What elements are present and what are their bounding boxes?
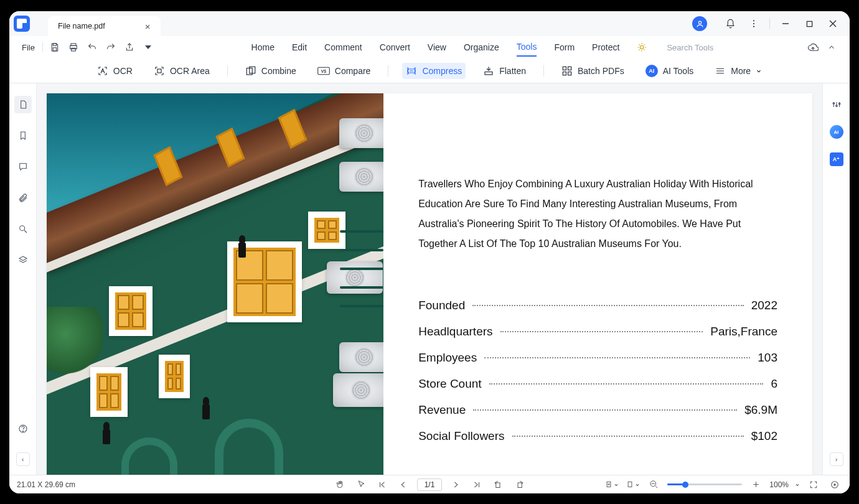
svg-rect-5	[807, 21, 812, 26]
combine-label: Combine	[261, 66, 296, 76]
flatten-button[interactable]: Flatten	[479, 63, 530, 79]
undo-icon[interactable]	[83, 38, 101, 57]
page-display-dropdown-icon[interactable]	[625, 477, 640, 492]
translate-panel-icon[interactable]: A⁺	[828, 151, 845, 168]
svg-line-19	[644, 49, 645, 50]
fact-row: HeadlquartersParis,France	[418, 325, 777, 338]
properties-panel-icon[interactable]	[828, 96, 845, 113]
document-paragraph: Travellers Who Enjoy Combining A Luxury …	[418, 174, 777, 254]
ocr-area-button[interactable]: OCR Area	[150, 63, 214, 79]
zoom-level-label[interactable]: 100%	[769, 480, 789, 489]
ocr-button[interactable]: OCR	[93, 63, 136, 79]
svg-rect-28	[563, 67, 566, 70]
fit-width-dropdown-icon[interactable]	[604, 477, 619, 492]
document-tab-label: File name.pdf	[58, 22, 105, 30]
fact-divider	[512, 436, 744, 437]
menu-protect[interactable]: Protect	[592, 39, 619, 56]
menu-organize[interactable]: Organize	[464, 39, 499, 56]
print-icon[interactable]	[64, 38, 83, 57]
next-page-icon[interactable]	[448, 477, 463, 492]
select-tool-icon[interactable]	[354, 477, 368, 492]
svg-point-50	[608, 483, 609, 485]
menu-home[interactable]: Home	[251, 39, 275, 56]
fact-divider	[500, 331, 703, 332]
search-panel-icon[interactable]	[14, 220, 32, 238]
menu-form[interactable]: Form	[554, 39, 575, 56]
svg-rect-29	[568, 67, 571, 70]
customize-dropdown-icon[interactable]	[139, 38, 157, 57]
collapse-left-rail-icon[interactable]: ‹	[16, 452, 30, 466]
comments-panel-icon[interactable]	[14, 158, 32, 175]
zoom-out-icon[interactable]	[646, 477, 661, 492]
profile-button[interactable]	[692, 16, 707, 31]
fact-row: Founded2022	[418, 299, 777, 312]
svg-rect-49	[607, 482, 611, 487]
svg-line-21	[639, 49, 640, 50]
more-button[interactable]: More	[711, 63, 766, 79]
menu-view[interactable]: View	[428, 39, 446, 56]
svg-rect-27	[485, 72, 492, 75]
bookmarks-panel-icon[interactable]	[14, 127, 32, 144]
notifications-icon[interactable]	[718, 11, 742, 36]
save-icon[interactable]	[45, 38, 64, 57]
last-page-icon[interactable]	[469, 477, 484, 492]
compare-label: Compare	[335, 66, 371, 76]
combine-button[interactable]: Combine	[242, 63, 300, 79]
svg-point-38	[22, 431, 23, 431]
zoom-slider[interactable]	[667, 483, 742, 485]
close-tab-icon[interactable]: ×	[145, 22, 151, 31]
ai-tools-button[interactable]: AI AI Tools	[642, 62, 698, 80]
svg-rect-22	[157, 69, 161, 73]
redo-icon[interactable]	[101, 38, 120, 57]
hint-icon[interactable]	[637, 42, 647, 52]
ai-side-panel-icon[interactable]: AI	[828, 123, 845, 141]
fact-row: Social Followers$102	[418, 429, 777, 443]
compress-button[interactable]: Compress	[402, 63, 466, 79]
document-image	[47, 93, 383, 475]
rotate-left-icon[interactable]	[491, 477, 505, 492]
close-window-button[interactable]	[821, 11, 845, 36]
prev-page-icon[interactable]	[396, 477, 411, 492]
fact-row: Store Count6	[418, 377, 777, 391]
menu-comment[interactable]: Comment	[324, 39, 362, 56]
svg-line-18	[639, 44, 640, 45]
compare-button[interactable]: VS Compare	[314, 63, 375, 78]
help-icon[interactable]	[14, 420, 32, 437]
fact-value: Paris,France	[710, 325, 777, 338]
layers-panel-icon[interactable]	[14, 251, 32, 269]
expand-right-rail-icon[interactable]: ›	[830, 452, 843, 466]
hand-tool-icon[interactable]	[332, 477, 347, 492]
svg-rect-8	[53, 44, 56, 45]
svg-rect-47	[495, 483, 499, 488]
menu-convert[interactable]: Convert	[380, 39, 410, 56]
svg-rect-31	[568, 72, 571, 75]
file-menu[interactable]: File	[17, 43, 40, 52]
zoom-dropdown-icon[interactable]	[795, 482, 800, 487]
zoom-in-icon[interactable]	[748, 477, 763, 492]
document-tab[interactable]: File name.pdf ×	[48, 16, 161, 36]
fact-row: Revenue$6.9M	[418, 403, 777, 417]
read-mode-icon[interactable]	[827, 477, 842, 492]
batch-pdfs-button[interactable]: Batch PDFs	[558, 63, 628, 79]
maximize-button[interactable]	[797, 11, 821, 36]
share-icon[interactable]	[120, 38, 139, 57]
search-tools-input[interactable]: Search Tools	[667, 43, 713, 52]
fact-divider	[484, 357, 750, 358]
svg-point-2	[753, 23, 754, 24]
thumbnails-panel-icon[interactable]	[14, 96, 32, 113]
svg-point-13	[641, 45, 644, 49]
batch-pdfs-label: Batch PDFs	[578, 66, 624, 76]
collapse-ribbon-icon[interactable]	[827, 43, 836, 52]
menu-edit[interactable]: Edit	[292, 39, 307, 56]
page-number-input[interactable]: 1/1	[417, 478, 442, 491]
flatten-label: Flatten	[499, 66, 526, 76]
kebab-menu-icon[interactable]	[742, 11, 766, 36]
fact-label: Employees	[418, 351, 477, 365]
menu-tools[interactable]: Tools	[517, 38, 537, 57]
fullscreen-icon[interactable]	[806, 477, 821, 492]
cloud-upload-icon[interactable]	[807, 42, 819, 53]
first-page-icon[interactable]	[375, 477, 390, 492]
rotate-right-icon[interactable]	[512, 477, 527, 492]
attachments-panel-icon[interactable]	[14, 189, 32, 207]
minimize-button[interactable]	[774, 11, 797, 36]
